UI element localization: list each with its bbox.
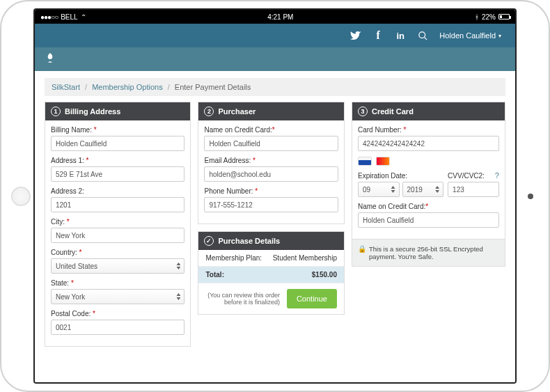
purchaser-name-input[interactable]: [204, 136, 338, 151]
address2-input[interactable]: [51, 197, 184, 212]
cvv-label: CVV/CVC2:?: [448, 171, 499, 180]
exp-month-select[interactable]: 09: [358, 182, 400, 197]
city-input[interactable]: [51, 228, 184, 243]
logo-icon[interactable]: [45, 51, 56, 68]
state-label: State: *: [51, 279, 184, 287]
card-number-label: Card Number: *: [358, 126, 499, 134]
card-number-input[interactable]: [358, 136, 499, 151]
email-label: Email Address: *: [204, 157, 338, 164]
country-label: Country: *: [51, 249, 184, 256]
billing-name-input[interactable]: [51, 136, 184, 151]
city-label: City: *: [51, 218, 184, 226]
facebook-icon[interactable]: f: [367, 24, 389, 47]
carrier-label: BELL: [61, 13, 77, 21]
svg-line-1: [424, 37, 427, 40]
breadcrumb-root[interactable]: SilkStart: [52, 83, 80, 91]
plan-label: Membership Plan:: [205, 254, 272, 262]
breadcrumb-options[interactable]: Membership Options: [92, 83, 163, 91]
battery-percent: 22%: [482, 13, 496, 21]
postal-input[interactable]: [51, 320, 184, 335]
phone-input[interactable]: [204, 197, 338, 212]
statusbar-time: 4:21 PM: [267, 13, 293, 21]
mastercard-icon: [376, 157, 390, 166]
phone-label: Phone Number: *: [204, 187, 338, 195]
card-title: Credit Card: [372, 107, 414, 116]
plan-value: Student Membership: [273, 254, 337, 262]
breadcrumb-current: Enter Payment Details: [175, 83, 251, 91]
purchase-details-panel: ✓ Purchase Details Membership Plan: Stud…: [198, 231, 344, 315]
brand-bar: [35, 47, 515, 71]
purchaser-name-label: Name on Credit Card:*: [204, 126, 338, 134]
billing-address-panel: 1 Billing Address Billing Name: * Addres…: [45, 102, 191, 347]
battery-icon: [498, 14, 510, 19]
search-icon[interactable]: [411, 24, 434, 47]
breadcrumb: SilkStart / Membership Options / Enter P…: [45, 78, 505, 96]
postal-label: Postal Code: *: [51, 310, 184, 317]
review-note: (You can review this order before it is …: [205, 292, 279, 306]
user-menu[interactable]: Holden Caulfield ▾: [434, 31, 507, 40]
status-bar: ●●●○○ BELL ⌃ 4:21 PM ᚼ 22%: [35, 10, 515, 24]
address1-input[interactable]: [51, 166, 184, 182]
cvv-help-icon[interactable]: ?: [495, 171, 499, 180]
device-home-button: [11, 187, 31, 206]
credit-card-panel: 3 Credit Card Card Number: * Exp: [352, 102, 505, 267]
total-value: $150.00: [312, 271, 337, 279]
user-name: Holden Caulfield: [439, 31, 496, 40]
state-select[interactable]: New York: [51, 289, 184, 304]
continue-button[interactable]: Continue: [287, 289, 337, 308]
email-input[interactable]: [204, 166, 338, 182]
address1-label: Address 1: *: [51, 157, 184, 164]
purchase-title: Purchase Details: [218, 237, 280, 245]
billing-title: Billing Address: [65, 107, 120, 116]
secure-notice: 🔒 This is a secure 256-bit SSL Encrypted…: [352, 239, 505, 266]
address2-label: Address 2:: [51, 187, 184, 195]
country-select[interactable]: United States: [51, 258, 184, 274]
purchaser-title: Purchaser: [218, 107, 256, 116]
exp-label: Expiration Date:: [358, 172, 443, 180]
visa-icon: [358, 157, 372, 166]
billing-name-label: Billing Name: *: [51, 126, 184, 134]
svg-point-0: [419, 31, 425, 38]
card-name-label: Name on Credit Card:*: [358, 203, 499, 210]
linkedin-icon[interactable]: in: [389, 24, 411, 47]
signal-dots-icon: ●●●○○: [40, 13, 58, 21]
bluetooth-icon: ᚼ: [475, 13, 479, 21]
step-2-badge: 2: [204, 107, 214, 116]
purchaser-panel: 2 Purchaser Name on Credit Card:* Email …: [198, 102, 344, 224]
card-name-input[interactable]: [358, 212, 499, 228]
wifi-icon: ⌃: [81, 13, 86, 21]
check-icon: ✓: [204, 236, 214, 246]
top-nav: f in Holden Caulfield ▾: [35, 24, 515, 47]
lock-icon: 🔒: [358, 245, 366, 253]
total-label: Total:: [205, 271, 311, 279]
step-1-badge: 1: [51, 107, 61, 116]
device-camera: [528, 194, 533, 199]
cvv-input[interactable]: [448, 182, 499, 197]
caret-down-icon: ▾: [498, 33, 501, 39]
twitter-icon[interactable]: [345, 24, 367, 47]
exp-year-select[interactable]: 2019: [402, 182, 444, 197]
step-3-badge: 3: [358, 107, 368, 116]
